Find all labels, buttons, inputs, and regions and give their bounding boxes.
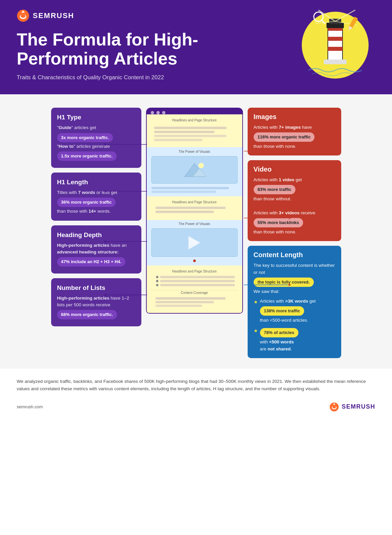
heading-depth-title: Heading Depth [57, 231, 135, 239]
content-length-badge-138: 138% more traffic [260, 306, 304, 316]
mock-lines-2 [147, 185, 242, 194]
left-column: H1 Type "Guide" articles get 3x more org… [51, 108, 141, 326]
page-title: The Formula for High-Performing Articles [17, 30, 204, 68]
browser-body: Headlines and Page Structure The Power o… [146, 114, 243, 314]
h1-type-title: H1 Type [57, 114, 135, 121]
star-icon-2: ★ [254, 327, 258, 335]
num-lists-text: High-performing articles have 1–2 lists … [57, 295, 135, 320]
browser-dot-2 [156, 111, 160, 114]
video-card-title: Video [254, 166, 335, 173]
images-card-text: Articles with 7+ images have 116% more o… [254, 124, 335, 150]
dot-icon [156, 284, 158, 286]
mock-line [160, 284, 235, 286]
footer-logo-text: SEMRUSH [342, 403, 375, 410]
play-button-icon [188, 236, 200, 249]
mock-section-headlines-2: Headlines and Page Structure [147, 196, 242, 220]
h1-type-badge-1: 3x more organic traffic. [57, 133, 113, 142]
mock-lines-1 [151, 124, 238, 144]
mock-line [154, 127, 227, 129]
num-lists-card: Number of Lists High-performing articles… [51, 278, 141, 326]
mock-line [151, 187, 229, 189]
mock-line [151, 191, 216, 193]
svg-point-22 [199, 163, 204, 168]
mock-line [154, 131, 215, 133]
content-length-card: Content Length The key to successful con… [248, 246, 341, 358]
mock-line [154, 139, 203, 141]
h1-type-guide-pre: "Guide" articles get [57, 125, 96, 130]
star-icon-1: ★ [254, 299, 258, 306]
mock-dot-list [151, 275, 238, 290]
mock-line [155, 301, 214, 303]
dot-icon [156, 276, 158, 278]
video-badge-2: 55% more backlinks [254, 218, 303, 227]
images-card-title: Images [254, 113, 335, 121]
mock-video-placeholder [151, 228, 238, 257]
mock-lines-3 [151, 206, 238, 217]
mock-image-placeholder [151, 156, 238, 184]
mock-line [155, 211, 214, 213]
mock-label-content-coverage: Content Coverage [151, 290, 238, 297]
footer-logo-icon [330, 402, 339, 412]
svg-rect-8 [328, 47, 343, 51]
h1-length-text: Titles with 7 words or less get 36% more… [57, 189, 135, 215]
heading-depth-text: High-performing articles have an advance… [57, 242, 135, 268]
mock-section-headlines-3: Headlines and Page Structure [147, 265, 242, 313]
h1-type-text: "Guide" articles get 3x more organic tra… [57, 124, 135, 162]
video-card: Video Articles with 1 video get 83% more… [248, 160, 341, 241]
svg-point-32 [333, 406, 336, 408]
mock-section-headlines-1: Headlines and Page Structure [147, 114, 242, 147]
browser-dot-1 [151, 111, 154, 114]
footer-logo: SEMRUSH [330, 402, 375, 412]
main-content: H1 Type "Guide" articles get 3x more org… [0, 94, 392, 368]
mock-dot-item-3 [156, 284, 235, 286]
images-card: Images Articles with 7+ images have 116%… [248, 108, 341, 155]
content-length-badge-topic: the topic is fully covered. [254, 278, 314, 287]
mock-video-dot-area [147, 258, 242, 263]
mock-section-visuals-2: The Power of Visuals [147, 220, 242, 265]
content-length-text: The key to successful content is whether… [254, 262, 335, 353]
heading-depth-card: Heading Depth High-performing articles h… [51, 225, 141, 274]
browser-top-bar [146, 108, 243, 114]
header: SEMRUSH The Formula for High-Performing … [0, 0, 392, 94]
h1-length-card: H1 Length Titles with 7 words or less ge… [51, 173, 141, 221]
mock-line [160, 276, 235, 278]
mock-label-headlines-2: Headlines and Page Structure [151, 199, 238, 206]
mock-section-visuals-1: The Power of Visuals [147, 147, 242, 196]
mock-label-visuals-2: The Power of Visuals [147, 221, 242, 227]
mock-dot [193, 259, 196, 262]
page-subtitle: Traits & Characteristics of Quality Orga… [17, 74, 184, 81]
svg-point-2 [21, 14, 25, 18]
svg-rect-5 [328, 27, 343, 60]
footer: We analyzed organic traffic, backlinks, … [0, 368, 392, 421]
svg-rect-7 [328, 37, 343, 41]
content-length-badge-78: 78% of articles [260, 328, 298, 337]
video-badge-1: 83% more traffic [254, 185, 295, 194]
semrush-logo-icon [17, 9, 29, 22]
h1-length-badge: 36% more organic traffic [57, 198, 116, 207]
mock-lines-4 [151, 297, 238, 310]
content-length-bullet-2-text: 78% of articles with <500 words are not … [260, 327, 298, 353]
center-column: Headlines and Page Structure The Power o… [146, 108, 243, 314]
video-card-text: Articles with 1 video get 83% more traff… [254, 177, 335, 236]
mock-line [155, 297, 226, 300]
mock-dot-item-1 [156, 276, 235, 278]
mock-line [154, 135, 227, 137]
content-length-bullet-1-text: Articles with >3K words get 138% more tr… [260, 298, 316, 324]
mock-line [155, 305, 202, 307]
h1-type-card: H1 Type "Guide" articles get 3x more org… [51, 108, 141, 168]
images-badge: 116% more organic traffic [254, 132, 315, 142]
num-lists-badge: 68% more organic traffic. [57, 310, 117, 319]
svg-rect-15 [324, 60, 347, 64]
mock-label-visuals-1: The Power of Visuals [147, 149, 242, 155]
logo-text: SEMRUSH [33, 11, 74, 20]
columns-row: H1 Type "Guide" articles get 3x more org… [13, 108, 379, 358]
h1-type-howto-pre: "How to" articles generate [57, 144, 110, 149]
footer-bottom: semrush.com SEMRUSH [17, 402, 375, 412]
footer-description: We analyzed organic traffic, backlinks, … [17, 378, 368, 393]
h1-type-badge-2: 1.5x more organic traffic. [57, 151, 117, 161]
mountain-icon [183, 162, 206, 178]
content-length-bullet-2: ★ 78% of articles with <500 words are no… [254, 327, 335, 353]
header-illustration [298, 7, 372, 80]
mock-label-headlines-3: Headlines and Page Structure [151, 268, 238, 275]
content-length-title: Content Length [254, 251, 335, 259]
